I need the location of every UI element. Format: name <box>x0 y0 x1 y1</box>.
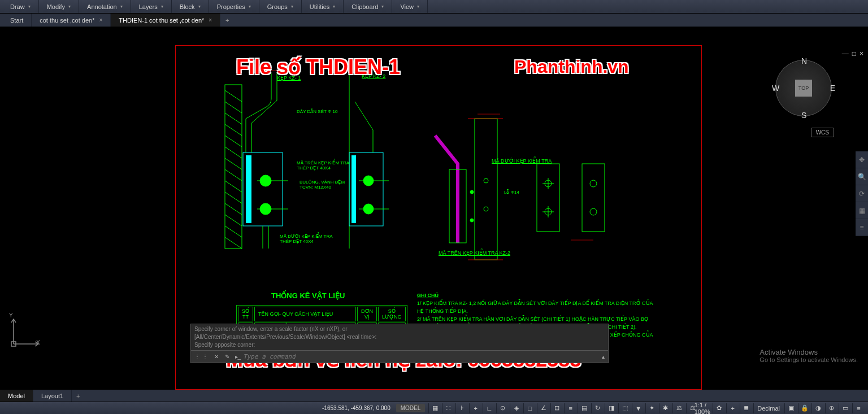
col-sl: SỐ LƯỢNG <box>378 307 406 321</box>
label-ma-tren: MÃ TRÊN KẸP KIỂM TRA KZ-2 <box>439 250 510 256</box>
ribbon-draw[interactable]: Draw <box>2 0 39 13</box>
status-model-button[interactable]: MODEL <box>396 404 426 412</box>
cmd-menu-icon[interactable]: ▴ <box>598 354 608 360</box>
label-maduoi-small: MÃ DƯỚI KẸP KIỂM TRA THÉP DẸT 40X4 <box>280 234 342 244</box>
maximize-icon[interactable]: □ <box>852 50 856 58</box>
ribbon-block[interactable]: Block <box>172 0 209 13</box>
svg-rect-16 <box>246 155 251 223</box>
annotation-monitor-icon[interactable]: + <box>726 403 739 413</box>
table-title: THỐNG KÊ VẬT LIỆU <box>271 291 345 300</box>
mdi-window-controls: — □ × <box>842 50 863 58</box>
nav-showmotion-icon[interactable]: ▦ <box>856 202 868 219</box>
ribbon-groups[interactable]: Groups <box>259 0 302 13</box>
selection-filter-icon[interactable]: ▼ <box>632 403 644 413</box>
layout-tab-layout1[interactable]: Layout1 <box>33 390 72 402</box>
svg-line-11 <box>225 203 242 215</box>
ribbon-properties[interactable]: Properties <box>209 0 259 13</box>
label-bulong: BULÔNG, VÀNH ĐỆM TCVN: M12X40 <box>300 180 356 190</box>
ribbon-modify[interactable]: Modify <box>39 0 79 13</box>
status-bar: -1653.581, -459.367, 0.000 MODEL ▦ ⸬ ⊦ +… <box>0 402 868 414</box>
viewcube-s[interactable]: S <box>801 111 806 120</box>
ribbon-clipboard[interactable]: Clipboard <box>344 0 392 13</box>
ribbon-bar: Draw Modify Annotation Layers Block Prop… <box>0 0 868 14</box>
svg-rect-36 <box>537 164 559 232</box>
svg-point-29 <box>470 190 474 194</box>
new-tab-button[interactable]: + <box>220 14 234 27</box>
file-tab-1[interactable]: cot thu set ,cot den*× <box>32 14 111 27</box>
otrack-icon[interactable]: ⊡ <box>550 403 563 413</box>
svg-point-30 <box>470 219 474 222</box>
quick-properties-icon[interactable]: ▣ <box>784 403 797 413</box>
close-icon[interactable]: × <box>860 50 863 58</box>
close-icon[interactable]: × <box>209 17 212 23</box>
svg-line-8 <box>225 169 242 181</box>
lineweight-icon[interactable]: ≡ <box>564 403 576 413</box>
nav-orbit-icon[interactable]: ⟳ <box>856 185 868 202</box>
infer-icon[interactable]: ⊦ <box>455 403 468 413</box>
notes-heading: GHI CHÚ <box>417 291 654 299</box>
units-icon[interactable]: ≣ <box>740 403 752 413</box>
graphics-perf-icon[interactable]: ⊕ <box>825 403 837 413</box>
navbar-right: ✥ 🔍 ⟳ ▦ ≡ <box>856 151 868 236</box>
layout-add-button[interactable]: + <box>72 390 84 402</box>
command-input[interactable] <box>243 353 598 360</box>
ribbon-utilities[interactable]: Utilities <box>302 0 344 13</box>
cmd-line: Specify opposite corner: <box>194 341 605 349</box>
svg-line-4 <box>225 124 242 136</box>
units-label[interactable]: Decimal <box>753 403 783 413</box>
3dosnap-icon[interactable]: ◨ <box>605 403 617 413</box>
activate-line2: Go to Settings to activate Windows. <box>760 356 858 363</box>
nav-zoom-icon[interactable]: 🔍 <box>856 168 868 185</box>
status-toggle-group: ▦ ⸬ ⊦ + ∟ ⊙ ◈ □ ∠ ⊡ ≡ ▤ ↻ ◨ ⬚ ▼ ✦ ✱ ⚖ ⚖ … <box>428 403 865 413</box>
ribbon-view[interactable]: View <box>392 0 428 13</box>
isolate-icon[interactable]: ◑ <box>811 403 824 413</box>
viewcube-e[interactable]: E <box>830 84 835 93</box>
viewcube-n[interactable]: N <box>801 56 807 66</box>
viewcube-top[interactable]: TOP <box>795 80 812 97</box>
workspace-icon[interactable]: ✿ <box>713 403 725 413</box>
nav-misc-icon[interactable]: ≡ <box>856 219 868 236</box>
dynamic-ucs-icon[interactable]: ⬚ <box>618 403 631 413</box>
lock-ui-icon[interactable]: 🔒 <box>798 403 810 413</box>
svg-line-6 <box>225 147 242 158</box>
isodraft-icon[interactable]: ◈ <box>510 403 522 413</box>
ribbon-annotation[interactable]: Annotation <box>79 0 131 13</box>
file-tab-start[interactable]: Start <box>2 14 32 27</box>
cmd-prompt-icon: ▸_ <box>235 354 241 360</box>
transparency-icon[interactable]: ▤ <box>578 403 590 413</box>
layout-tab-model[interactable]: Model <box>0 390 33 402</box>
autosnap-icon[interactable]: ∠ <box>537 403 549 413</box>
ortho-icon[interactable]: ∟ <box>483 403 495 413</box>
file-tab-2[interactable]: THDIEN-1 cot thu set ,cot den*× <box>111 14 220 27</box>
close-icon[interactable]: × <box>99 17 102 23</box>
label-matren-small: MÃ TRÊN KẸP KIỂM TRA THÉP DẸT 40X4 <box>297 160 353 171</box>
clean-screen-icon[interactable]: ▭ <box>839 403 851 413</box>
view-cube[interactable]: N S E W TOP <box>770 54 837 122</box>
col-ten: TÊN GỌI- QUY CÁCH VẬT LIỆU <box>254 307 356 321</box>
selection-cycling-icon[interactable]: ↻ <box>591 403 604 413</box>
drawing-canvas[interactable]: KẸP KZ- 1 KẸP KZ- 2 MÃ DƯỚI KẸP KIỂM TRA… <box>0 27 868 389</box>
svg-line-5 <box>225 136 242 147</box>
nav-pan-icon[interactable]: ✥ <box>856 151 868 168</box>
gizmo-icon[interactable]: ✦ <box>645 403 658 413</box>
svg-line-7 <box>225 158 242 169</box>
minimize-icon[interactable]: — <box>842 50 849 58</box>
col-stt: SỐ TT <box>238 307 253 321</box>
cmd-handle-icon[interactable]: ⋮⋮ ✕ ✎ <box>191 354 235 360</box>
snap-icon[interactable]: ⸬ <box>442 403 454 413</box>
wcs-badge[interactable]: WCS <box>811 128 834 137</box>
autoscale-icon[interactable]: ⚖ <box>672 403 685 413</box>
grid-icon[interactable]: ▦ <box>428 403 441 413</box>
ribbon-layers[interactable]: Layers <box>131 0 172 13</box>
polar-icon[interactable]: ⊙ <box>496 403 509 413</box>
cmd-line: [All/Center/Dynamic/Extents/Previous/Sca… <box>194 333 605 341</box>
viewcube-w[interactable]: W <box>772 84 779 93</box>
dynamic-input-icon[interactable]: + <box>469 403 481 413</box>
label-daydan: DÂY DẪN SÉT Φ 10 <box>297 109 337 114</box>
osnap-icon[interactable]: □ <box>523 403 536 413</box>
command-window[interactable]: Specify corner of window, enter a scale … <box>190 324 609 363</box>
svg-point-33 <box>484 207 488 211</box>
customization-icon[interactable]: ≡ <box>852 403 865 413</box>
annoscale-label[interactable]: ⚖ 1:1 / 100% <box>686 403 711 413</box>
annotation-visibility-icon[interactable]: ✱ <box>659 403 671 413</box>
